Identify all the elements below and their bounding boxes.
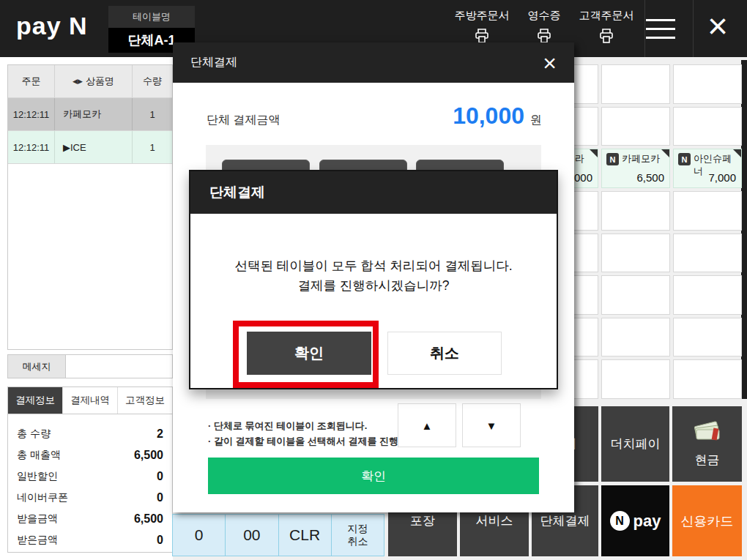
credit-card-button[interactable]: 신용카드 xyxy=(672,485,742,556)
numpad-key-cancel-assign[interactable]: 지정 취소 xyxy=(332,515,384,556)
menu-item-price: 7,000 xyxy=(708,171,736,184)
option-marker: ▶ xyxy=(63,142,70,153)
column-product[interactable]: ◀▶ 상품명 xyxy=(55,65,133,97)
scroll-down-button[interactable]: ▼ xyxy=(462,403,521,447)
tab-payment-info[interactable]: 결제정보 xyxy=(8,387,63,414)
dialog-message-line1: 선택된 테이블이 모두 합석 처리되어 결제됩니다. xyxy=(190,256,557,276)
menu-grid-empty-cell xyxy=(673,359,742,399)
message-body xyxy=(66,354,173,378)
naver-badge-icon: N xyxy=(678,153,691,165)
scroll-up-button[interactable]: ▲ xyxy=(398,403,456,447)
menu-item-cafe-mocha[interactable]: N 카페모카 6,500 xyxy=(601,149,670,188)
credit-card-label: 신용카드 xyxy=(681,512,734,530)
cash-label: 현금 xyxy=(695,452,720,468)
customer-order-print-button[interactable]: 고객주문서 xyxy=(573,9,640,48)
npay-button[interactable]: N pay xyxy=(601,485,669,556)
order-row-option[interactable]: 12:12:11 ▶ICE 1 xyxy=(8,131,172,164)
info-row-naver-coupon: 네이버쿠폰 0 xyxy=(17,487,163,508)
info-label: 받은금액 xyxy=(17,534,58,547)
modal-close-icon[interactable]: × xyxy=(543,51,557,75)
menu-item-einspanner[interactable]: N 아인슈페너 7,000 xyxy=(673,149,742,188)
arrow-up-icon: ▲ xyxy=(422,419,433,432)
menu-area-edge xyxy=(741,60,747,399)
menu-grid-empty-cell xyxy=(673,318,742,357)
tab-customer-info[interactable]: 고객정보 xyxy=(118,387,172,414)
menu-hamburger-icon[interactable] xyxy=(646,19,675,45)
order-qty: 1 xyxy=(133,131,172,163)
order-table: 주문 ◀▶ 상품명 수량 12:12:11 카페모카 1 12:12:11 ▶I… xyxy=(7,64,173,350)
menu-item-price: 6,500 xyxy=(636,171,664,184)
modal-title: 단체결제 xyxy=(190,55,237,70)
menu-grid-empty-cell xyxy=(601,234,670,273)
info-value: 6,500 xyxy=(134,449,163,462)
dutch-pay-button[interactable]: 더치페이 xyxy=(601,406,669,482)
arrow-down-icon: ▼ xyxy=(486,419,497,432)
info-row-amount-received: 받은금액 0 xyxy=(17,529,163,550)
dutch-pay-label: 더치페이 xyxy=(611,436,661,452)
cash-button[interactable]: 현금 xyxy=(672,406,742,482)
group-amount-value: 10,000 xyxy=(453,102,524,130)
app-close-icon[interactable]: × xyxy=(696,0,740,57)
dialog-header: 단체결제 xyxy=(190,171,557,214)
table-name-label: 테이블명 xyxy=(108,6,195,28)
cash-bills-icon xyxy=(691,420,724,447)
info-label: 총 수량 xyxy=(17,428,51,441)
info-value: 0 xyxy=(157,491,163,504)
menu-item-name: 카페모카 xyxy=(622,153,660,165)
info-label: 일반할인 xyxy=(17,470,58,483)
takeout-label: 포장 xyxy=(410,512,435,529)
cancel-assign-line1: 지정 xyxy=(347,523,368,536)
order-qty: 1 xyxy=(133,98,172,130)
info-label: 총 매출액 xyxy=(17,449,61,462)
dialog-title: 단체결제 xyxy=(209,183,265,202)
npay-text: pay xyxy=(633,512,661,531)
topbar-divider xyxy=(644,0,645,57)
info-label: 네이버쿠폰 xyxy=(17,491,68,504)
dialog-cancel-button[interactable]: 취소 xyxy=(387,332,502,375)
service-label: 서비스 xyxy=(476,512,513,529)
info-row-amount-due: 받을금액 6,500 xyxy=(17,508,163,529)
info-rows: 총 수량 2 총 매출액 6,500 일반할인 0 네이버쿠폰 0 받을금액 6… xyxy=(8,414,172,550)
info-tabs: 결제정보 결제내역 고객정보 xyxy=(8,387,172,414)
numpad-key-00[interactable]: 00 xyxy=(226,515,278,556)
numpad-key-clr[interactable]: CLR xyxy=(279,515,332,556)
dialog-message: 선택된 테이블이 모두 합석 처리되어 결제됩니다. 결제를 진행하시겠습니까? xyxy=(190,256,557,296)
numpad-key-0[interactable]: 0 xyxy=(173,515,226,556)
payn-logo: pay N xyxy=(16,12,88,40)
menu-grid-empty-cell xyxy=(673,107,742,146)
order-row[interactable]: 12:12:11 카페모카 1 xyxy=(8,98,172,131)
order-time: 12:12:11 xyxy=(8,131,55,163)
modal-confirm-button[interactable]: 확인 xyxy=(208,458,539,494)
group-amount-label: 단체 결제금액 xyxy=(207,113,280,128)
column-qty[interactable]: 수량 xyxy=(133,65,172,97)
info-value: 0 xyxy=(157,470,163,483)
menu-grid-empty-cell xyxy=(673,234,742,273)
tab-payment-history[interactable]: 결제내역 xyxy=(63,387,118,414)
message-tab[interactable]: 메세지 xyxy=(7,354,66,378)
menu-grid-empty-cell xyxy=(673,275,742,315)
numpad: 0 00 CLR 지정 취소 xyxy=(172,514,384,556)
dialog-message-line2: 결제를 진행하시겠습니까? xyxy=(190,276,557,296)
modal-header: 단체결제 × xyxy=(173,42,574,83)
option-name: ICE xyxy=(70,142,86,153)
menu-grid-empty-cell xyxy=(601,318,670,357)
group-payment-label: 단체결제 xyxy=(540,512,590,529)
kitchen-order-label: 주방주문서 xyxy=(448,9,516,23)
npay-n-icon: N xyxy=(610,511,630,531)
order-product: 카페모카 xyxy=(55,98,133,130)
menu-grid-empty-cell xyxy=(673,191,742,231)
info-row-total-sales: 총 매출액 6,500 xyxy=(17,444,163,466)
receipt-label: 영수증 xyxy=(521,9,567,23)
menu-grid-empty-cell xyxy=(601,107,670,146)
topbar-divider xyxy=(693,0,694,57)
menu-grid-empty-cell xyxy=(601,191,670,231)
pos-app: N 라 5,000 N 카페모카 6,500 N 아인슈페너 7,000 xyxy=(0,0,747,560)
menu-grid-empty-cell xyxy=(673,64,742,104)
column-product-label: 상품명 xyxy=(86,75,114,88)
payment-info-panel: 결제정보 결제내역 고객정보 총 수량 2 총 매출액 6,500 일반할인 0… xyxy=(7,387,173,553)
column-order[interactable]: 주문 xyxy=(8,65,55,97)
group-amount-row: 단체 결제금액 10,000 원 xyxy=(207,102,542,130)
printer-icon xyxy=(597,27,616,45)
dialog-ok-button[interactable]: 확인 xyxy=(247,332,371,375)
currency-label: 원 xyxy=(530,113,542,128)
